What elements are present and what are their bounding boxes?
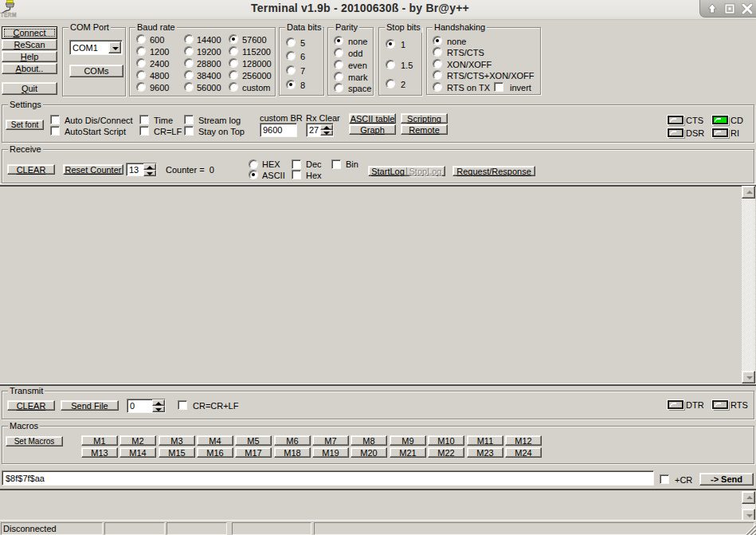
svg-text:TERM: TERM	[1, 12, 18, 18]
